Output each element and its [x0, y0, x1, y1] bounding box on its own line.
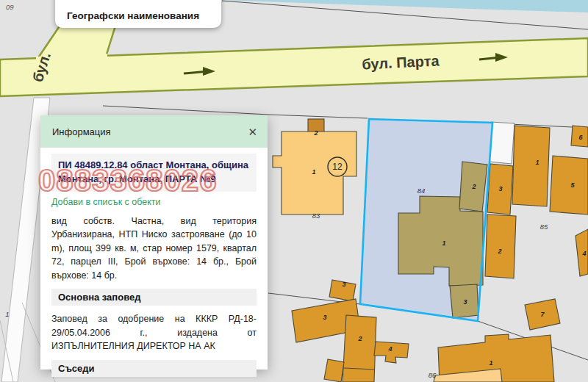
building[interactable]: [512, 126, 550, 206]
section-neighbors: Съседи: [51, 360, 257, 377]
property-title: ПИ 48489.12.84 област Монтана, община Мо…: [51, 154, 257, 192]
parcel-label: 86: [429, 371, 437, 379]
building-label: 3: [323, 314, 326, 321]
info-panel-title: Информация: [52, 126, 111, 137]
building[interactable]: [324, 359, 344, 382]
building-label: 2: [471, 183, 476, 190]
order-text: Заповед за одобрение на КККР РД-18-29/05…: [51, 312, 257, 353]
building-label: 3: [463, 298, 467, 306]
building[interactable]: [343, 315, 376, 382]
cadastre-app: 2 1 12 1 2 3 3 1 6 5 2 4 3 3 2 4 7 1 09 …: [0, 0, 588, 382]
building-label: 1: [442, 239, 445, 247]
building-label: 3: [342, 281, 345, 288]
parcel-label: 85: [540, 223, 548, 231]
parcel-label: 1: [5, 310, 9, 318]
building-label: 3: [498, 185, 502, 192]
info-panel: Информация ✕ ПИ 48489.12.84 област Монта…: [40, 115, 268, 370]
info-panel-body: ПИ 48489.12.84 област Монтана, община Мо…: [40, 148, 268, 382]
info-panel-header: Информация ✕: [40, 115, 268, 148]
geographic-names-popup[interactable]: Географски наименования: [55, 0, 221, 28]
building-label: 1: [535, 159, 539, 166]
parcel-label-selected: 84: [417, 187, 426, 195]
parcel-label: 09: [6, 3, 14, 11]
add-to-object-list-link[interactable]: Добави в списък с обекти: [51, 197, 161, 207]
building[interactable]: [550, 156, 588, 215]
building-label: 4: [581, 250, 586, 257]
property-details: вид собств. Частна, вид територия Урбани…: [51, 215, 257, 283]
geographic-names-label: Географски наименования: [67, 10, 199, 21]
building-label: 2: [357, 335, 362, 342]
address-number: 12: [332, 162, 343, 172]
close-icon[interactable]: ✕: [248, 126, 257, 137]
building-label: 2: [497, 248, 501, 255]
building-label: 2: [313, 129, 318, 137]
parcel-label: 83: [312, 212, 320, 220]
building[interactable]: [485, 215, 516, 278]
building-label: 4: [387, 345, 392, 353]
building-label: 1: [489, 359, 492, 367]
building-label: 1: [312, 168, 315, 176]
section-main-order: Основна заповед: [51, 289, 257, 306]
